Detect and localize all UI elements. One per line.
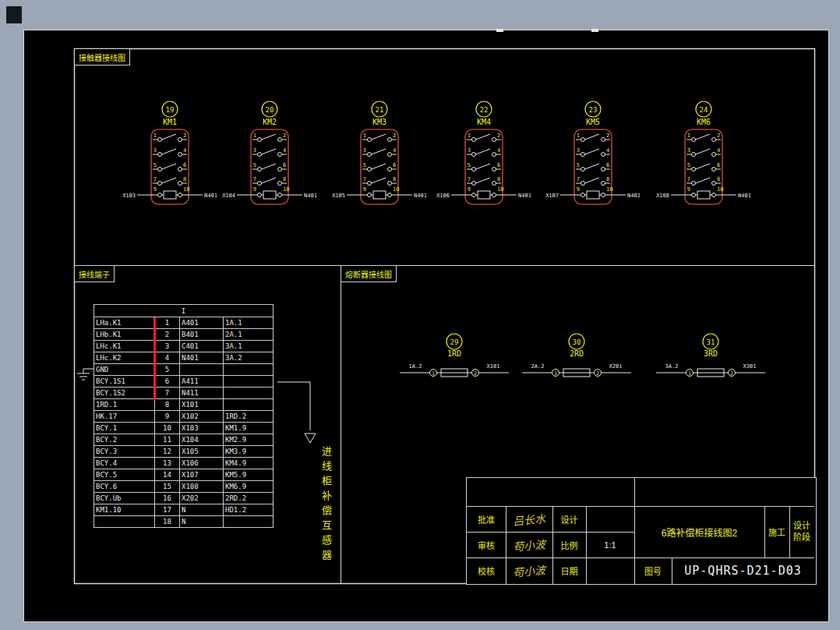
- terminal-cell: 14: [155, 469, 180, 481]
- terminal-cell: [180, 364, 224, 376]
- pin-number: 9: [253, 186, 256, 193]
- pin: [581, 182, 585, 186]
- ground-symbol: [77, 369, 94, 380]
- pin-number: 9: [468, 186, 471, 193]
- stage-column: 设计 阶段: [789, 506, 814, 557]
- terminal-cell: C401: [180, 341, 224, 352]
- pin-number: 2: [393, 133, 396, 139]
- terminal-row: LHc.K13C4013A.1: [94, 341, 274, 352]
- wire-label: X201: [609, 363, 623, 370]
- terminal-cell: 17: [155, 504, 180, 516]
- terminal-cell: X105: [180, 446, 224, 458]
- section-label-contactors: 接触器接线图: [74, 48, 130, 65]
- contact-blade: [162, 134, 177, 140]
- wire-label: N401: [204, 193, 217, 199]
- terminal-cell: BCY.5: [94, 469, 155, 481]
- pin: [712, 168, 716, 172]
- pin: [258, 193, 262, 197]
- terminal-cell: 13: [155, 458, 180, 469]
- pin: [278, 193, 282, 197]
- pin-number: 4: [183, 147, 186, 154]
- contactor-label: KM3: [372, 118, 386, 126]
- pin-number: 8: [393, 176, 396, 182]
- terminal-row: 1RD.18X101: [94, 399, 274, 411]
- pin: [472, 138, 476, 142]
- pin-number: 5: [154, 162, 157, 168]
- pin-number: 6: [717, 162, 720, 168]
- terminal-cell: 11: [155, 434, 180, 446]
- pin-number: 6: [183, 162, 186, 168]
- terminal-cell: BCY.1: [94, 423, 155, 434]
- coil: [164, 191, 176, 199]
- contact-blade: [162, 164, 177, 169]
- pin: [388, 193, 392, 197]
- terminal-cell: A401: [180, 317, 224, 329]
- contact-blade: [585, 164, 600, 169]
- terminal-cell: 12: [155, 446, 180, 458]
- pin-number: 6: [283, 162, 286, 168]
- wire-label: N401: [414, 193, 427, 199]
- terminal-cell: [224, 516, 274, 528]
- pin-number: 7: [253, 176, 256, 182]
- wire-label: 1A.2: [409, 363, 422, 370]
- terminal-cell: X107: [180, 469, 224, 481]
- pin-number: 5: [687, 162, 690, 168]
- terminal-row: BCY.110X103KM1.9: [94, 423, 274, 434]
- terminal-cell: 5: [155, 364, 180, 376]
- pin: [258, 168, 262, 172]
- contact-blade: [372, 134, 386, 140]
- pin: [158, 193, 162, 197]
- pin-number: 5: [468, 162, 471, 168]
- contact-blade: [262, 149, 277, 154]
- fuse-3RD: 313RD123A.2X301: [656, 334, 765, 377]
- pin: [712, 193, 716, 197]
- pin-number: 2: [717, 133, 720, 139]
- pin-number: 4: [606, 147, 609, 154]
- coil: [697, 191, 710, 199]
- terminal-cell: BCY.1S2: [94, 388, 155, 399]
- terminal-cell: A411: [180, 376, 224, 388]
- terminal-cell: BCY.1S1: [94, 376, 155, 388]
- terminal-cell: 4: [155, 352, 180, 364]
- pin-number: 1: [577, 133, 580, 139]
- contact-blade: [696, 164, 711, 169]
- terminal-cell: 8: [155, 399, 180, 411]
- pin-number: 4: [393, 147, 396, 154]
- contact-blade: [585, 149, 600, 154]
- fuse-label: 2RD: [570, 349, 584, 358]
- pin-number: 2: [730, 370, 733, 377]
- contact-blade: [372, 178, 386, 183]
- terminal-cell: KM3.9: [224, 446, 274, 458]
- pin: [368, 182, 372, 186]
- pin-number: 7: [363, 176, 366, 182]
- pin: [492, 138, 496, 142]
- wire-label: X107: [545, 193, 559, 199]
- terminal-cell: HD1.2: [224, 504, 274, 516]
- pin-number: 1: [154, 133, 157, 139]
- terminal-cell: BCY.6: [94, 481, 155, 493]
- contact-blade: [476, 134, 491, 140]
- contact-blade: [476, 178, 491, 183]
- pin-number: 2: [183, 133, 186, 139]
- wire-label: X101: [487, 363, 500, 370]
- coil: [373, 191, 386, 199]
- contactor-label: KM6: [697, 118, 711, 126]
- terminal-row: BCY.312X105KM3.9: [94, 446, 274, 458]
- pin-number: 3: [154, 147, 157, 154]
- pin: [692, 153, 696, 157]
- pin: [602, 138, 605, 142]
- contactor-KM6: 24KM612345678910X108N401: [656, 101, 751, 204]
- section-label-fuses: 熔断器接线图: [341, 265, 397, 282]
- terminal-cell: 1A.1: [224, 317, 274, 329]
- contactor-KM1: 19KM112345678910X103N401: [122, 101, 217, 204]
- contact-blade: [262, 178, 277, 183]
- pin-number: 3: [363, 147, 366, 154]
- terminal-cell: N401: [180, 352, 224, 364]
- review-label: 审核: [467, 532, 506, 557]
- pin-number: 2: [474, 370, 477, 377]
- pin: [388, 153, 392, 157]
- pin: [278, 182, 282, 186]
- id-number: 20: [266, 106, 274, 114]
- terminal-cell: X102: [180, 411, 224, 423]
- pin: [368, 168, 372, 172]
